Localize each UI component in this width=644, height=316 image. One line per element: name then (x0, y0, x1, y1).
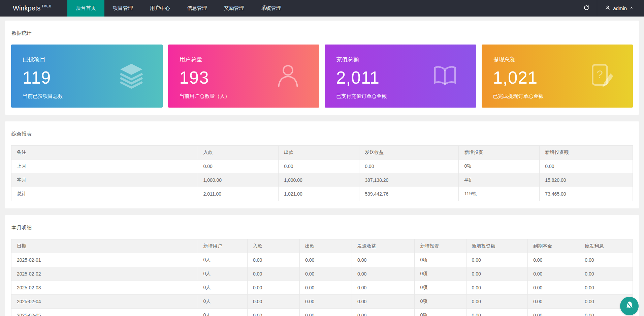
stats-section-title: 数据统计 (11, 27, 633, 45)
nav-item-label: 项目管理 (113, 5, 133, 11)
table-cell: 0项 (415, 281, 466, 295)
nav-item-label: 系统管理 (261, 5, 281, 11)
stat-card-subtitle: 当前已投项目总数 (23, 93, 163, 99)
nav-item[interactable]: 后台首页 (67, 0, 104, 17)
table-cell: 0.00 (300, 295, 352, 309)
table-cell: 0.00 (352, 267, 415, 281)
table-cell: 0.00 (579, 281, 633, 295)
nav-item-label: 奖励管理 (224, 5, 244, 11)
bell-slash-icon (624, 300, 635, 312)
summary-section-title: 综合报表 (11, 127, 633, 145)
table-cell: 2025-02-05 (11, 309, 198, 316)
table-cell: 4项 (459, 173, 540, 187)
column-header: 日期 (11, 239, 198, 253)
navbar-right: admin (576, 0, 644, 17)
table-cell: 1,000.00 (279, 173, 359, 187)
notification-fab[interactable] (620, 297, 639, 315)
table-cell: 0人 (198, 281, 248, 295)
table-cell: 0.00 (528, 309, 579, 316)
table-cell: 2025-02-01 (11, 253, 198, 267)
table-cell: 0.00 (579, 267, 633, 281)
table-cell: 0项 (415, 295, 466, 309)
table-header-row: 备注入款出款发送收益新增投资新增投资额 (11, 146, 633, 160)
table-cell: 2025-02-02 (11, 267, 198, 281)
navbar: Winkpets TM6.0 后台首页 项目管理 用户中心 信息管理 奖励管理 (0, 0, 644, 17)
brand-logo[interactable]: Winkpets TM6.0 (0, 0, 67, 17)
table-cell: 0.00 (466, 281, 528, 295)
column-header: 入款 (248, 239, 300, 253)
table-cell: 119笔 (459, 187, 540, 201)
table-header-row: 日期新增用户入款出款发送收益新增投资新增投资额到期本金应发利息 (11, 239, 633, 253)
nav-item-label: 用户中心 (150, 5, 170, 11)
table-cell: 0.00 (300, 253, 352, 267)
column-header: 新增投资 (415, 239, 466, 253)
user-icon (605, 5, 611, 12)
table-cell: 0.00 (248, 295, 300, 309)
table-cell: 0.00 (540, 160, 633, 173)
nav-item[interactable]: 奖励管理 (216, 0, 253, 17)
document-edit-icon: ? (588, 62, 615, 90)
column-header: 新增用户 (198, 239, 248, 253)
nav-item[interactable]: 用户中心 (141, 0, 179, 17)
stat-card: 用户总量 193 当前用户总数量（人） (168, 45, 320, 108)
table-cell: 0人 (198, 253, 248, 267)
table-cell: 总计 (11, 187, 198, 201)
table-cell: 0.00 (300, 267, 352, 281)
table-cell: 0.00 (528, 295, 579, 309)
column-header: 出款 (279, 146, 359, 160)
table-cell: 0.00 (466, 267, 528, 281)
refresh-button[interactable] (576, 0, 597, 17)
nav-item-label: 后台首页 (76, 5, 96, 11)
column-header: 发送收益 (352, 239, 415, 253)
table-cell: 0.00 (198, 160, 279, 173)
column-header: 出款 (300, 239, 352, 253)
table-cell: 0.00 (248, 267, 300, 281)
svg-text:?: ? (597, 68, 603, 81)
column-header: 新增投资额 (540, 146, 633, 160)
table-cell: 2025-02-04 (11, 295, 198, 309)
table-cell: 73,465.00 (540, 187, 633, 201)
user-menu[interactable]: admin (597, 0, 644, 17)
table-cell: 387,138.20 (359, 173, 459, 187)
table-cell: 0.00 (300, 309, 352, 316)
table-cell: 0项 (415, 309, 466, 316)
summary-panel: 综合报表 备注入款出款发送收益新增投资新增投资额 上月0.000.000.000… (5, 121, 639, 208)
table-cell: 15,820.00 (540, 173, 633, 187)
stat-card: 充值总额 2,011 已支付充值订单总金额 (325, 45, 476, 108)
stat-card-subtitle: 已支付充值订单总金额 (336, 93, 476, 99)
table-row: 本月1,000.001,000.00387,138.204项15,820.00 (11, 173, 633, 187)
column-header: 新增投资 (459, 146, 540, 160)
user-icon (274, 62, 302, 90)
table-cell: 0.00 (579, 253, 633, 267)
table-cell: 0人 (198, 267, 248, 281)
stat-card: 提现总额 1,021 已完成提现订单总金额 ? (482, 45, 633, 108)
table-cell: 0.00 (352, 281, 415, 295)
detail-section-title: 本月明细 (11, 221, 633, 239)
table-cell: 0.00 (528, 253, 579, 267)
column-header: 到期本金 (528, 239, 579, 253)
table-cell: 上月 (11, 160, 198, 173)
stats-panel: 数据统计 已投项目 119 当前已投项目总数 用户总量 193 当前用户总数量（… (5, 21, 639, 115)
column-header: 新增投资额 (466, 239, 528, 253)
table-cell: 1,000.00 (198, 173, 279, 187)
detail-table: 日期新增用户入款出款发送收益新增投资新增投资额到期本金应发利息 2025-02-… (11, 239, 633, 316)
table-cell: 0人 (198, 309, 248, 316)
table-cell: 0项 (415, 253, 466, 267)
nav-item[interactable]: 系统管理 (253, 0, 290, 17)
nav-item[interactable]: 项目管理 (104, 0, 141, 17)
table-cell: 0.00 (352, 295, 415, 309)
table-cell: 0.00 (352, 309, 415, 316)
table-cell: 0.00 (248, 309, 300, 316)
table-cell: 0.00 (528, 267, 579, 281)
table-cell: 1,021.00 (279, 187, 359, 201)
stat-cards-row: 已投项目 119 当前已投项目总数 用户总量 193 当前用户总数量（人） 充值… (11, 45, 633, 108)
open-book-icon (431, 62, 459, 90)
table-cell: 2,011.00 (198, 187, 279, 201)
stat-card-subtitle: 当前用户总数量（人） (180, 93, 320, 99)
table-row: 2025-02-050人0.000.000.000项0.000.000.00 (11, 309, 633, 316)
nav-item[interactable]: 信息管理 (179, 0, 216, 17)
table-cell: 本月 (11, 173, 198, 187)
table-cell: 0.00 (248, 253, 300, 267)
table-cell: 0项 (415, 267, 466, 281)
table-row: 2025-02-010人0.000.000.000项0.000.000.00 (11, 253, 633, 267)
